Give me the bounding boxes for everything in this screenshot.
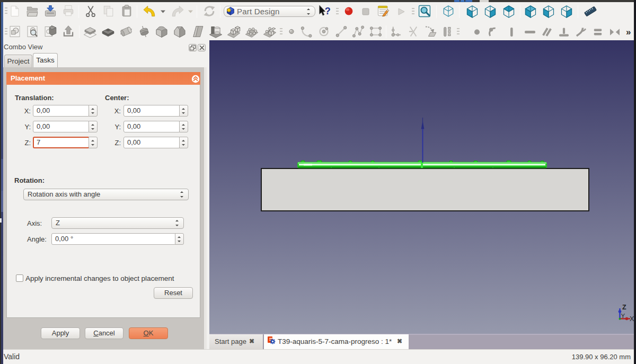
svg-text:Z: Z <box>622 304 626 311</box>
svg-text:Y: Y <box>621 313 625 319</box>
svg-text:?: ? <box>325 6 331 16</box>
svg-text:X: X <box>630 315 634 323</box>
svg-text:»: » <box>626 27 631 37</box>
